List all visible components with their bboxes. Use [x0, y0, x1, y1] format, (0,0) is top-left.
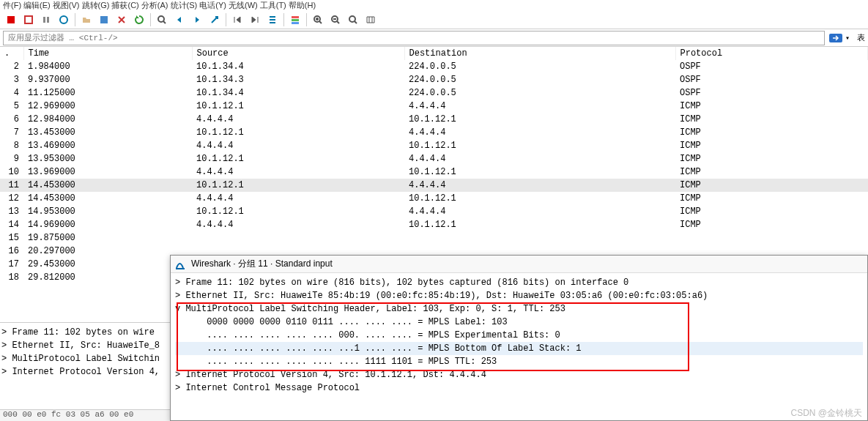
col-source[interactable]: Source: [192, 47, 404, 60]
col-no[interactable]: .: [0, 47, 23, 60]
svg-rect-6: [292, 19, 299, 21]
filter-apply-icon[interactable]: ▾: [825, 33, 854, 43]
tree-row[interactable]: > MultiProtocol Label Switchin: [1, 352, 171, 365]
tree-row[interactable]: > Ethernet II, Src: HuaweiTe_8: [1, 339, 171, 352]
menubar[interactable]: 件(F) 编辑(E) 视图(V) 跳转(G) 捕获(C) 分析(A) 统计(S)…: [0, 0, 868, 10]
separator: [226, 13, 226, 26]
tree-row[interactable]: .... .... .... .... .... .... 1111 1101 …: [175, 355, 863, 368]
capture-options-icon[interactable]: [56, 12, 72, 28]
expression-label[interactable]: 表: [857, 32, 865, 43]
separator: [150, 13, 151, 26]
restart-capture-icon[interactable]: [21, 12, 37, 28]
packet-list[interactable]: . Time Source Destination Protocol 21.98…: [0, 47, 868, 284]
table-row[interactable]: 1414.9690004.4.4.410.1.12.1ICMP: [0, 218, 868, 231]
pause-icon[interactable]: [38, 12, 54, 28]
table-row[interactable]: 813.4690004.4.4.410.1.12.1ICMP: [0, 139, 868, 152]
go-forward-icon[interactable]: [189, 12, 205, 28]
svg-rect-1: [25, 16, 32, 23]
table-row[interactable]: 39.93700010.1.34.3224.0.0.5OSPF: [0, 73, 868, 86]
col-destination[interactable]: Destination: [404, 47, 675, 60]
colorize-icon[interactable]: [287, 12, 303, 28]
table-row[interactable]: 913.95300010.1.12.14.4.4.4ICMP: [0, 152, 868, 165]
tree-row[interactable]: > Internet Protocol Version 4,: [1, 365, 171, 379]
separator: [75, 13, 75, 26]
packet-details-popup: Wireshark · 分组 11 · Standard input > Fra…: [170, 255, 868, 421]
tree-row[interactable]: 0000 0000 0000 0110 0111 .... .... .... …: [175, 316, 863, 329]
tree-row[interactable]: .... .... .... .... .... 000. .... .... …: [175, 329, 863, 342]
svg-rect-7: [292, 22, 299, 24]
go-back-icon[interactable]: [171, 12, 188, 28]
toolbar: [0, 10, 868, 29]
tree-row[interactable]: .... .... .... .... .... ...1 .... .... …: [175, 342, 863, 355]
table-row[interactable]: 1214.4530004.4.4.410.1.12.1ICMP: [0, 192, 868, 205]
display-filter-input[interactable]: [3, 31, 825, 45]
popup-title-text: Wireshark · 分组 11 · Standard input: [191, 258, 333, 270]
close-file-icon[interactable]: [114, 12, 130, 28]
table-row[interactable]: 713.45300010.1.12.14.4.4.4ICMP: [0, 126, 868, 139]
zoom-out-icon[interactable]: [327, 12, 344, 28]
zoom-reset-icon[interactable]: [345, 12, 361, 28]
table-row[interactable]: 1314.95300010.1.12.14.4.4.4ICMP: [0, 205, 868, 218]
record-stop-icon[interactable]: [3, 12, 19, 28]
svg-point-4: [158, 16, 164, 22]
tree-row[interactable]: > Internet Control Message Protocol: [175, 381, 863, 395]
first-packet-icon[interactable]: [229, 12, 245, 28]
open-file-icon[interactable]: [78, 12, 94, 28]
find-icon[interactable]: [154, 12, 170, 28]
separator: [283, 13, 284, 26]
filter-bar: ▾ 表: [0, 29, 868, 47]
zoom-in-icon[interactable]: [310, 12, 326, 28]
table-row[interactable]: 1114.45300010.1.12.14.4.4.4ICMP: [0, 179, 868, 192]
tree-row[interactable]: > Frame 11: 102 bytes on wire (816 bits)…: [175, 276, 863, 289]
table-row[interactable]: 512.96900010.1.12.14.4.4.4ICMP: [0, 100, 868, 113]
svg-rect-0: [7, 16, 15, 23]
table-row[interactable]: 612.9840004.4.4.410.1.12.1ICMP: [0, 113, 868, 126]
svg-rect-5: [292, 16, 299, 18]
wireshark-icon: [175, 258, 187, 270]
table-row[interactable]: 21.98400010.1.34.4224.0.0.5OSPF: [0, 60, 868, 73]
svg-rect-3: [100, 16, 108, 23]
last-packet-icon[interactable]: [247, 12, 263, 28]
packet-details-left[interactable]: > Frame 11: 102 bytes on wire> Ethernet …: [0, 322, 173, 421]
popup-body[interactable]: > Frame 11: 102 bytes on wire (816 bits)…: [171, 273, 867, 398]
tree-row[interactable]: > Frame 11: 102 bytes on wire: [1, 326, 171, 339]
tree-row[interactable]: v MultiProtocol Label Switching Header, …: [175, 302, 863, 316]
svg-point-2: [60, 16, 67, 23]
resize-columns-icon[interactable]: [363, 12, 379, 28]
col-time[interactable]: Time: [23, 47, 192, 60]
tree-row[interactable]: > Internet Protocol Version 4, Src: 10.1…: [175, 368, 863, 381]
table-row[interactable]: 1519.875000: [0, 231, 868, 245]
svg-rect-12: [176, 268, 185, 269]
save-icon[interactable]: [96, 12, 112, 28]
auto-scroll-icon[interactable]: [264, 12, 281, 28]
svg-point-10: [349, 16, 355, 22]
separator: [306, 13, 307, 26]
reload-icon[interactable]: [131, 12, 147, 28]
table-row[interactable]: 1013.9690004.4.4.410.1.12.1ICMP: [0, 165, 868, 179]
tree-row[interactable]: > Ethernet II, Src: HuaweiTe 85:4b:19 (0…: [175, 289, 863, 302]
bytes-bar: 000 00 e0 fc 03 05 a6 00 e0: [0, 409, 173, 421]
go-to-icon[interactable]: [207, 12, 223, 28]
col-protocol[interactable]: Protocol: [675, 47, 868, 60]
popup-titlebar[interactable]: Wireshark · 分组 11 · Standard input: [171, 256, 867, 273]
table-row[interactable]: 411.12500010.1.34.4224.0.0.5OSPF: [0, 86, 868, 100]
